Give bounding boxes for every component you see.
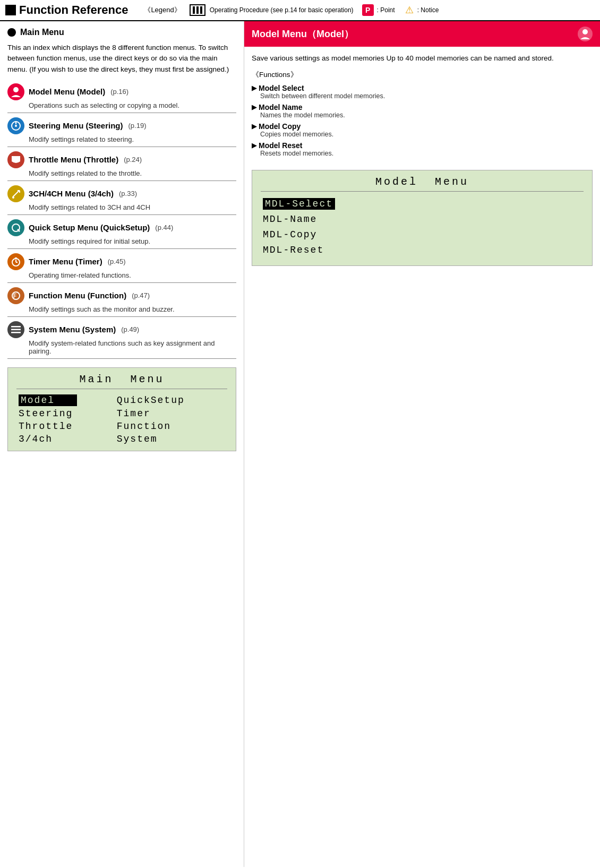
lcd-selected-model: Model bbox=[19, 394, 77, 406]
function-item-name: ▶ Model Name Names the model memories. bbox=[252, 103, 593, 119]
timer-menu-page: (p.45) bbox=[108, 257, 126, 265]
lcd-mdl-copy: MDL-Copy bbox=[263, 227, 581, 243]
menu-item-system: System Menu (System) (p.49) Modify syste… bbox=[7, 321, 236, 359]
intro-text: This an index which displays the 8 diffe… bbox=[7, 42, 236, 75]
throttle-menu-desc: Modify settings related to the throttle. bbox=[29, 169, 236, 177]
arrow-icon-2: ▶ bbox=[252, 104, 256, 111]
function-name-title: Model Name bbox=[259, 103, 302, 111]
steering-icon bbox=[7, 117, 24, 134]
timer-menu-title: Timer Menu (Timer) bbox=[29, 257, 102, 266]
lcd-mdl-select: MDL-Select bbox=[263, 198, 581, 210]
quicksetup-icon bbox=[7, 219, 24, 236]
lcd-model-menu: Model Menu MDL-Select MDL-Name MDL-Copy … bbox=[252, 170, 593, 265]
menu-item-steering: Steering Menu (Steering) (p.19) Modify s… bbox=[7, 117, 236, 147]
page-title: Function Reference bbox=[5, 3, 128, 17]
right-desc: Save various settings as model memories … bbox=[252, 53, 593, 64]
legend-label: 《Legend》 bbox=[144, 5, 181, 15]
black-square-icon bbox=[5, 5, 16, 15]
menu-item-throttle: Throttle Menu (Throttle) (p.24) Modify s… bbox=[7, 151, 236, 181]
menu-item-quicksetup: Quick Setup Menu (QuickSetup) (p.44) Mod… bbox=[7, 219, 236, 249]
svg-point-19 bbox=[582, 29, 588, 35]
function-menu-page: (p.47) bbox=[132, 291, 150, 299]
3ch4ch-menu-title: 3CH/4CH Menu (3/4ch) bbox=[29, 189, 114, 198]
function-icon: F bbox=[7, 287, 24, 304]
quicksetup-menu-desc: Modify settings required for initial set… bbox=[29, 237, 236, 245]
notice-triangle-icon: ⚠ bbox=[404, 4, 415, 16]
main-menu-heading: Main Menu bbox=[7, 28, 236, 37]
arrow-icon-4: ▶ bbox=[252, 142, 256, 149]
point-label: : Point bbox=[377, 6, 395, 14]
point-icon: P bbox=[362, 4, 374, 16]
svg-point-7 bbox=[12, 196, 14, 199]
throttle-icon bbox=[7, 151, 24, 168]
procedure-icon bbox=[190, 4, 205, 16]
system-menu-page: (p.49) bbox=[121, 325, 139, 333]
page-header: Function Reference 《Legend》 Operating Pr… bbox=[0, 0, 600, 21]
function-select-desc: Switch between different model memories. bbox=[260, 92, 593, 100]
function-name-desc: Names the model memories. bbox=[260, 111, 593, 119]
throttle-menu-title: Throttle Menu (Throttle) bbox=[29, 155, 118, 164]
lcd-function: Function bbox=[115, 420, 227, 433]
menu-item-model: Model Menu (Model) (p.16) Operations suc… bbox=[7, 83, 236, 113]
steering-menu-page: (p.19) bbox=[128, 122, 147, 130]
menu-item-timer: Timer Menu (Timer) (p.45) Operating time… bbox=[7, 253, 236, 283]
lcd-quicksetup: QuickSetup bbox=[115, 393, 227, 407]
arrow-icon: ▶ bbox=[252, 84, 256, 92]
function-item-copy: ▶ Model Copy Copies model memories. bbox=[252, 122, 593, 138]
right-column: Model Menu（Model） Save various settings … bbox=[244, 21, 600, 867]
lcd-system: System bbox=[115, 433, 227, 445]
throttle-menu-page: (p.24) bbox=[124, 156, 142, 164]
svg-line-4 bbox=[13, 191, 19, 197]
svg-rect-17 bbox=[11, 329, 21, 330]
svg-rect-18 bbox=[11, 332, 21, 333]
model-menu-page: (p.16) bbox=[110, 88, 128, 96]
legend-notice: ⚠ : Notice bbox=[404, 4, 439, 16]
right-header-title: Model Menu（Model） bbox=[252, 28, 354, 40]
lcd-model-title: Model Menu bbox=[261, 176, 584, 192]
function-menu-desc: Modify settings such as the monitor and … bbox=[29, 305, 236, 313]
model-menu-title: Model Menu (Model) bbox=[29, 87, 105, 96]
notice-label: : Notice bbox=[417, 6, 439, 14]
functions-label: 《Functions》 bbox=[252, 70, 593, 80]
quicksetup-menu-title: Quick Setup Menu (QuickSetup) bbox=[29, 223, 150, 232]
lcd-main-menu: Main Menu Model QuickSetup Steering Time… bbox=[7, 367, 236, 451]
lcd-main-title: Main Menu bbox=[16, 373, 227, 389]
main-layout: Main Menu This an index which displays t… bbox=[0, 21, 600, 867]
3ch4ch-menu-desc: Modify settings related to 3CH and 4CH bbox=[29, 203, 236, 211]
lcd-steering: Steering bbox=[16, 407, 115, 420]
left-column: Main Menu This an index which displays t… bbox=[0, 21, 244, 867]
function-copy-title: Model Copy bbox=[259, 122, 301, 131]
menu-item-function: F Function Menu (Function) (p.47) Modify… bbox=[7, 287, 236, 317]
timer-menu-desc: Operating timer-related functions. bbox=[29, 271, 236, 279]
function-copy-desc: Copies model memories. bbox=[260, 131, 593, 138]
steering-menu-desc: Modify settings related to steering. bbox=[29, 135, 236, 143]
svg-point-0 bbox=[13, 87, 19, 92]
3ch4ch-icon bbox=[7, 185, 24, 202]
right-content: Save various settings as model memories … bbox=[244, 47, 600, 272]
system-menu-desc: Modify system-related functions such as … bbox=[29, 339, 236, 355]
steering-menu-title: Steering Menu (Steering) bbox=[29, 121, 123, 130]
lcd-3-4ch: 3/4ch bbox=[16, 433, 115, 445]
quicksetup-menu-page: (p.44) bbox=[155, 224, 173, 231]
lcd-mdl-name: MDL-Name bbox=[263, 212, 581, 227]
arrow-icon-3: ▶ bbox=[252, 123, 256, 130]
function-item-reset: ▶ Model Reset Resets model memories. bbox=[252, 141, 593, 157]
right-column-header: Model Menu（Model） bbox=[244, 21, 600, 47]
system-menu-title: System Menu (System) bbox=[29, 325, 116, 334]
bullet-icon bbox=[7, 28, 16, 37]
lcd-mdl-reset: MDL-Reset bbox=[263, 243, 581, 258]
legend-proc: Operating Procedure (see p.14 for basic … bbox=[190, 4, 354, 16]
lcd-timer: Timer bbox=[115, 407, 227, 420]
legend-point: P : Point bbox=[362, 4, 395, 16]
svg-rect-16 bbox=[11, 326, 21, 328]
timer-icon bbox=[7, 253, 24, 270]
model-icon bbox=[7, 83, 24, 100]
lcd-throttle: Throttle bbox=[16, 420, 115, 433]
model-menu-desc: Operations such as selecting or copying … bbox=[29, 101, 236, 109]
svg-point-2 bbox=[15, 125, 17, 127]
function-list: ▶ Model Select Switch between different … bbox=[252, 84, 593, 157]
function-menu-title: Function Menu (Function) bbox=[29, 291, 126, 300]
function-reset-desc: Resets model memories. bbox=[260, 150, 593, 157]
svg-text:F: F bbox=[13, 293, 16, 299]
function-reset-title: Model Reset bbox=[259, 141, 302, 150]
